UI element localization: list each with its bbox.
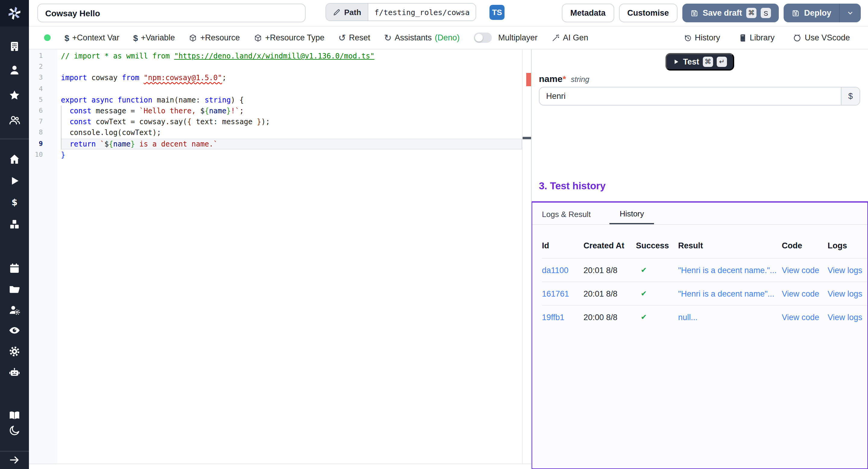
save-draft-label: Save draft (703, 8, 742, 18)
user-icon[interactable] (0, 64, 29, 76)
boxes-icon[interactable] (0, 218, 29, 230)
settings-gear-icon[interactable] (0, 345, 29, 357)
code-editor[interactable]: 1// import * as wmill from "https://deno… (29, 50, 532, 160)
deploy-dropdown-button[interactable] (839, 4, 861, 22)
star-icon[interactable] (0, 89, 29, 101)
line-number: 7 (29, 116, 57, 127)
history-icon (683, 33, 692, 42)
path-button-label: Path (344, 7, 361, 17)
arg-input-group: Henri $ (539, 87, 860, 105)
play-icon[interactable] (0, 175, 29, 187)
arg-value-input[interactable]: Henri (539, 87, 841, 105)
insert-variable-button[interactable]: $ (841, 87, 860, 105)
metadata-button[interactable]: Metadata (562, 4, 614, 22)
run-id-link[interactable]: 161761 (542, 289, 584, 298)
users-icon[interactable] (0, 114, 29, 126)
code-line[interactable]: 1// import * as wmill from "https://deno… (29, 51, 532, 61)
script-name-input[interactable] (37, 4, 306, 22)
code-line[interactable]: 4 (29, 84, 532, 94)
code-line[interactable]: 6 const message = `Hello there, ${name}!… (29, 105, 532, 116)
typescript-badge: TS (490, 5, 504, 20)
customise-button[interactable]: Customise (619, 4, 677, 22)
multiplayer-toggle-group: Multiplayer (473, 33, 538, 43)
view-logs-link[interactable]: View logs (828, 289, 867, 298)
code-line[interactable]: 2 (29, 61, 532, 72)
library-button[interactable]: Library (738, 33, 775, 42)
result-link[interactable]: "Henri is a decent name."... (678, 265, 782, 275)
success-check-icon: ✔ (636, 289, 678, 298)
line-number: 1 (29, 51, 57, 61)
result-link[interactable]: null... (678, 313, 782, 322)
code-line[interactable]: 9 return `${name} is a decent name.` (29, 138, 532, 149)
code-text: console.log(cowText); (57, 127, 161, 138)
history-row: da110020:01 8/8✔"Henri is a decent name.… (542, 258, 867, 282)
deploy-button[interactable]: Deploy (784, 4, 839, 22)
svg-text:$: $ (11, 197, 18, 207)
success-check-icon: ✔ (636, 266, 678, 274)
chevron-down-icon (846, 9, 854, 17)
tab-logs-result[interactable]: Logs & Result (542, 210, 591, 224)
moon-icon[interactable] (0, 425, 29, 436)
editor-toolbar: $+Context Var $+Variable +Resource +Reso… (29, 27, 868, 50)
assistants-lang: (Deno) (435, 33, 460, 42)
view-logs-link[interactable]: View logs (828, 313, 867, 322)
column-header: Success (636, 241, 678, 250)
created-at: 20:01 8/8 (584, 289, 636, 298)
add-resource-label: +Resource (200, 33, 240, 42)
multiplayer-toggle[interactable] (473, 33, 492, 43)
toggle-knob (475, 34, 483, 41)
ai-gen-button[interactable]: AI Gen (552, 33, 588, 42)
path-button[interactable]: Path (326, 4, 368, 21)
add-variable-button[interactable]: $+Variable (133, 33, 175, 42)
building-icon[interactable] (0, 40, 29, 53)
code-line[interactable]: 5export async function main(name: string… (29, 95, 532, 105)
created-at: 20:00 8/8 (584, 313, 636, 322)
arg-type: string (571, 75, 589, 84)
column-header: Id (542, 241, 584, 250)
folder-icon[interactable] (0, 283, 29, 295)
bot-icon[interactable] (0, 367, 29, 379)
home-icon[interactable] (0, 153, 29, 165)
view-code-link[interactable]: View code (782, 313, 828, 322)
run-id-link[interactable]: 19ffb1 (542, 313, 584, 322)
assistants-button[interactable]: ↻Assistants(Deno) (384, 33, 460, 42)
add-resource-type-button[interactable]: +Resource Type (254, 33, 324, 42)
add-resource-button[interactable]: +Resource (189, 33, 240, 42)
code-text: const message = `Hello there, ${name}!`; (57, 105, 244, 116)
test-button[interactable]: Test ⌘↵ (665, 53, 734, 70)
save-draft-button[interactable]: Save draft ⌘S (682, 4, 779, 22)
tab-history[interactable]: History (610, 209, 654, 224)
windmill-logo[interactable] (0, 0, 29, 27)
result-link[interactable]: "Henri is a decent name"... (678, 289, 782, 298)
dollar-icon: $ (64, 33, 69, 42)
code-text: import cowsay from "npm:cowsay@1.5.0"; (57, 73, 226, 84)
add-variable-label: +Variable (141, 33, 175, 42)
assistants-label: Assistants (395, 33, 432, 42)
run-id-link[interactable]: da1100 (542, 265, 584, 275)
arrow-right-icon[interactable] (0, 454, 29, 466)
user-cog-icon[interactable] (0, 304, 29, 316)
use-vscode-button[interactable]: Use VScode (793, 33, 850, 42)
eye-icon[interactable] (0, 324, 29, 336)
code-text: const cowText = cowsay.say({ text: messa… (57, 116, 270, 127)
use-vscode-label: Use VScode (805, 33, 850, 42)
view-code-link[interactable]: View code (782, 265, 828, 275)
code-text: // import * as wmill from "https://deno.… (57, 51, 374, 61)
view-logs-link[interactable]: View logs (828, 265, 867, 275)
book-open-icon[interactable] (0, 409, 29, 421)
code-line[interactable]: 10} (29, 149, 532, 160)
windmill-script-editor: $ (0, 0, 868, 469)
code-line[interactable]: 8 console.log(cowText); (29, 127, 532, 138)
code-line[interactable]: 3import cowsay from "npm:cowsay@1.5.0"; (29, 73, 532, 84)
reset-button[interactable]: ↺Reset (338, 33, 370, 42)
reset-label: Reset (349, 33, 370, 42)
history-button[interactable]: History (683, 33, 720, 42)
dollar-icon[interactable]: $ (0, 196, 29, 209)
left-sidebar: $ (0, 0, 29, 469)
history-row: 16176120:01 8/8✔"Henri is a decent name"… (542, 282, 867, 305)
add-context-var-button[interactable]: $+Context Var (64, 33, 119, 42)
calendar-icon[interactable] (0, 262, 29, 274)
path-value[interactable]: f/testing_roles/cowsa (368, 4, 475, 21)
view-code-link[interactable]: View code (782, 289, 828, 298)
code-line[interactable]: 7 const cowText = cowsay.say({ text: mes… (29, 116, 532, 127)
